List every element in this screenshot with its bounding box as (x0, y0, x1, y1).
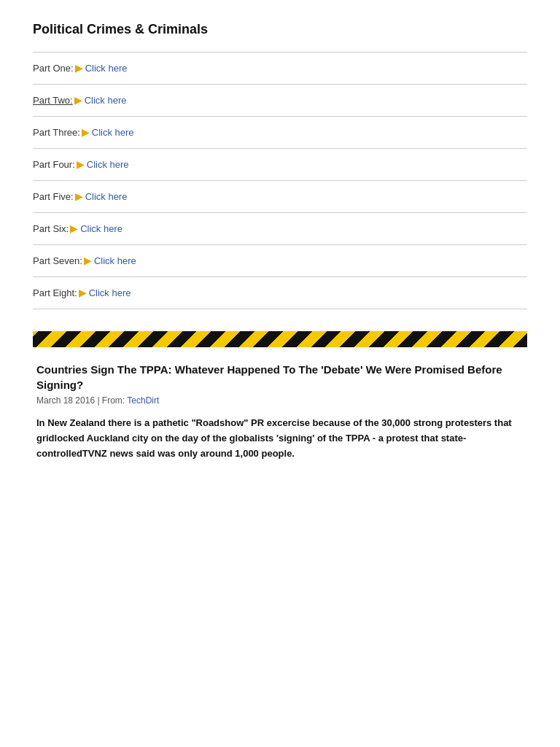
click-link-two[interactable]: Click here (85, 95, 127, 106)
part-label-eight: Part Eight: (33, 287, 77, 298)
divider-eight (33, 309, 527, 309)
part-row-seven: Part Seven: ▶ Click here (33, 245, 527, 276)
article-body: In New Zealand there is a pathetic "Road… (36, 416, 524, 461)
part-label-seven: Part Seven: (33, 255, 82, 266)
part-row-eight: Part Eight: ▶ Click here (33, 277, 527, 309)
article-from-label: From: (102, 395, 125, 406)
arrow-icon-two: ▶ (74, 95, 82, 106)
page-container: Political Crimes & Criminals Part One: ▶… (0, 0, 560, 483)
click-link-three[interactable]: Click here (92, 127, 134, 138)
part-row-four: Part Four: ▶ Click here (33, 149, 527, 180)
arrow-icon-seven: ▶ (84, 255, 91, 266)
arrow-icon-one: ▶ (75, 63, 82, 74)
part-row-three: Part Three: ▶ Click here (33, 117, 527, 148)
arrow-icon-four: ▶ (77, 159, 84, 170)
click-link-eight[interactable]: Click here (89, 287, 131, 298)
click-link-six[interactable]: Click here (80, 223, 122, 234)
part-label-six: Part Six: (33, 223, 69, 234)
parts-list: Part One: ▶ Click herePart Two: ▶ Click … (33, 53, 527, 309)
article-date: March 18 2016 (36, 395, 95, 406)
click-link-four[interactable]: Click here (87, 159, 129, 170)
part-row-one: Part One: ▶ Click here (33, 53, 527, 84)
part-label-one: Part One: (33, 63, 74, 74)
article-title: Countries Sign The TPPA: Whatever Happen… (36, 362, 524, 392)
part-label-five: Part Five: (33, 191, 74, 202)
click-link-seven[interactable]: Click here (94, 255, 136, 266)
part-label-four: Part Four: (33, 159, 75, 170)
part-row-five: Part Five: ▶ Click here (33, 181, 527, 212)
arrow-icon-three: ▶ (82, 127, 89, 138)
part-label-two: Part Two: (33, 95, 73, 106)
arrow-icon-eight: ▶ (79, 287, 86, 298)
part-row-six: Part Six: ▶ Click here (33, 213, 527, 244)
hazard-banner (33, 331, 527, 347)
click-link-five[interactable]: Click here (85, 191, 128, 202)
click-link-one[interactable]: Click here (85, 63, 128, 74)
page-title: Political Crimes & Criminals (33, 22, 527, 37)
part-label-three: Part Three: (33, 127, 80, 138)
part-row-two: Part Two: ▶ Click here (33, 85, 527, 116)
arrow-icon-five: ▶ (75, 191, 82, 202)
article-section: Countries Sign The TPPA: Whatever Happen… (33, 362, 527, 461)
article-meta: March 18 2016 | From: TechDirt (36, 395, 524, 406)
article-source-link[interactable]: TechDirt (127, 395, 159, 406)
arrow-icon-six: ▶ (70, 223, 77, 234)
